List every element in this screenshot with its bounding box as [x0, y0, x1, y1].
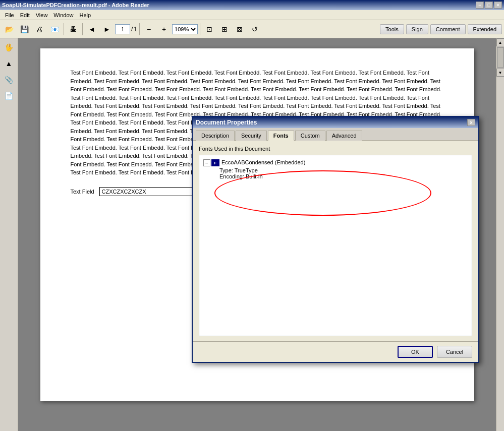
comment-button[interactable]: Comment — [430, 24, 466, 34]
separator-2 — [82, 23, 83, 35]
scroll-down-button[interactable]: ▼ — [496, 69, 505, 77]
toolbar-right: Tools Sign Comment Extended — [380, 24, 502, 34]
minimize-button[interactable]: − — [476, 2, 484, 9]
font-tree-item: − F EccoAABCondensed (Embedded) — [203, 159, 468, 166]
tab-advanced[interactable]: Advanced — [326, 131, 362, 141]
hand-tool-button[interactable]: 🖐 — [2, 40, 16, 54]
window-controls: − □ × — [476, 2, 502, 9]
font-type-value: TrueType — [235, 167, 258, 173]
font-icon: F — [211, 159, 219, 166]
text-field-input[interactable] — [99, 187, 200, 196]
extended-button[interactable]: Extended — [468, 24, 502, 34]
dialog-content: Fonts Used in this Document − F EccoAABC… — [193, 141, 478, 341]
bookmark-button[interactable]: 📎 — [2, 73, 16, 87]
maximize-button[interactable]: □ — [485, 2, 493, 9]
left-panel: 🖐 ▲ 📎 📄 — [0, 38, 18, 431]
fonts-section-label: Fonts Used in this Document — [199, 146, 472, 152]
next-page-button[interactable]: ► — [100, 22, 114, 36]
save-button[interactable]: 💾 — [17, 22, 31, 36]
zoom-in-button[interactable]: + — [157, 22, 171, 36]
font-details: Type: TrueType Encoding: Built-in — [219, 167, 468, 179]
dialog-title-bar: Document Properties × — [193, 117, 478, 128]
page-total: 1 — [134, 26, 137, 33]
ok-button[interactable]: OK — [398, 346, 433, 358]
dialog-footer: OK Cancel — [193, 341, 478, 362]
right-scrollbar[interactable]: ▲ ▼ — [496, 38, 504, 431]
cancel-button[interactable]: Cancel — [437, 346, 472, 358]
font-type-row: Type: TrueType — [219, 167, 468, 173]
tools-button[interactable]: Tools — [380, 24, 404, 34]
page-thumbnail-button[interactable]: 📄 — [2, 89, 16, 103]
font-encoding-row: Encoding: Built-in — [219, 173, 468, 179]
separator-1 — [64, 23, 64, 35]
separator-3 — [139, 23, 140, 35]
menu-window[interactable]: Window — [50, 11, 76, 19]
font-encoding-value: Built-in — [246, 173, 263, 179]
fit-width-button[interactable]: ⊞ — [217, 22, 232, 36]
print-setup-button[interactable]: 🖨 — [32, 22, 46, 36]
menu-view[interactable]: View — [33, 11, 51, 19]
dialog-tabs: Description Security Fonts Custom Advanc… — [193, 128, 478, 141]
fit-page-button[interactable]: ⊡ — [202, 22, 216, 36]
open-button[interactable]: 📂 — [2, 22, 16, 36]
print-button[interactable]: 🖶 — [66, 22, 80, 36]
menu-help[interactable]: Help — [76, 11, 94, 19]
text-field-label: Text Field — [71, 189, 94, 195]
font-type-label: Type: — [219, 167, 233, 173]
font-name: EccoAABCondensed (Embedded) — [221, 159, 305, 165]
close-button[interactable]: × — [494, 2, 502, 9]
font-encoding-label: Encoding: — [219, 173, 244, 179]
zoom-select[interactable]: 109% 100% 75% 50% — [172, 24, 198, 34]
scroll-up-button[interactable]: ▲ — [496, 38, 505, 46]
tab-security[interactable]: Security — [236, 131, 267, 141]
navigation-controls: ◄ ► / 1 — [85, 22, 137, 36]
menu-bar: File Edit View Window Help — [0, 10, 504, 20]
select-tool-button[interactable]: ▲ — [2, 56, 16, 71]
page-number-input[interactable] — [115, 24, 130, 34]
menu-edit[interactable]: Edit — [17, 11, 33, 19]
tab-fonts[interactable]: Fonts — [268, 131, 294, 141]
sign-button[interactable]: Sign — [406, 24, 428, 34]
menu-file[interactable]: File — [2, 11, 17, 19]
scroll-thumb[interactable] — [497, 47, 504, 68]
rotate-button[interactable]: ↺ — [248, 22, 262, 36]
zoom-out-button[interactable]: − — [142, 22, 156, 36]
tab-description[interactable]: Description — [196, 131, 235, 141]
tab-custom[interactable]: Custom — [295, 131, 325, 141]
page-separator: / — [131, 26, 133, 33]
fonts-tree-container: − F EccoAABCondensed (Embedded) Type: Tr… — [199, 155, 472, 336]
prev-page-button[interactable]: ◄ — [85, 22, 99, 36]
fullscreen-button[interactable]: ⊠ — [233, 22, 247, 36]
tree-expand-button[interactable]: − — [203, 159, 210, 166]
dialog-title-text: Document Properties — [196, 119, 257, 126]
email-button[interactable]: 📧 — [47, 22, 62, 36]
separator-4 — [200, 23, 200, 35]
title-bar: SoapUI-SimulatePDFCreation-result.pdf - … — [0, 0, 504, 10]
window-title: SoapUI-SimulatePDFCreation-result.pdf - … — [2, 2, 149, 8]
dialog-close-button[interactable]: × — [467, 119, 475, 126]
document-properties-dialog[interactable]: Document Properties × Description Securi… — [192, 116, 479, 363]
toolbar: 📂 💾 🖨 📧 🖶 ◄ ► / 1 − + 109% 100% 75% 50% … — [0, 20, 504, 38]
